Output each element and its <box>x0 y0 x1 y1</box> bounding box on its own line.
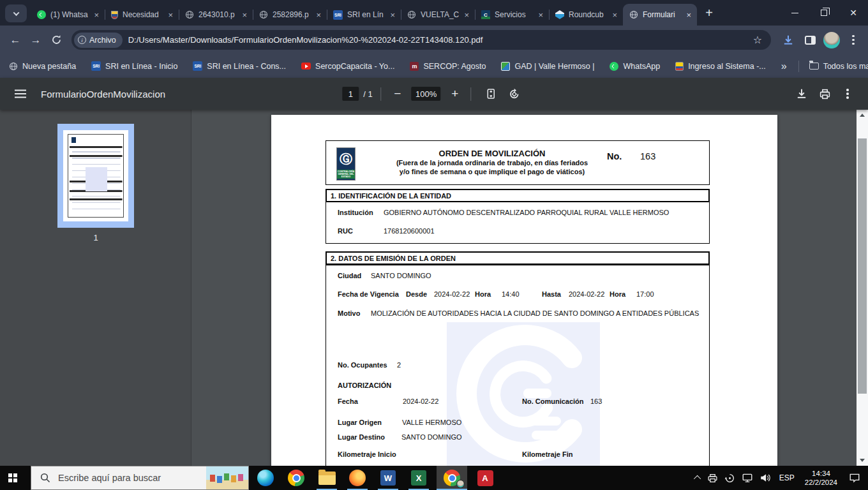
bookmark-gad-valle-hermoso[interactable]: GAD | Valle Hermoso | <box>501 62 594 71</box>
page-thumbnail-selected[interactable] <box>57 124 134 228</box>
tab-label: SRI en Lín <box>347 10 388 19</box>
search-input[interactable] <box>58 473 186 483</box>
bookmark-sri-consultas[interactable]: SRI SRI en Línea - Cons... <box>193 61 286 71</box>
printer-tray-button[interactable] <box>704 466 721 490</box>
tab-close-icon[interactable]: × <box>462 10 471 20</box>
minimize-button[interactable] <box>780 0 809 26</box>
vertical-scrollbar[interactable] <box>857 110 868 466</box>
fecha-comunicacion-row: Fecha 2024-02-22 No. Comunicación 163 <box>326 397 710 406</box>
reload-button[interactable] <box>46 30 66 50</box>
rotate-button[interactable] <box>503 82 526 105</box>
zoom-level-input[interactable]: 100% <box>412 87 441 101</box>
fit-page-button[interactable] <box>480 82 503 105</box>
tab-sri-en-linea[interactable]: SRI SRI en Lín × <box>327 4 401 26</box>
taskbar-chrome-pinned[interactable] <box>283 466 309 490</box>
scrollbar-thumb[interactable] <box>858 138 867 394</box>
bookmark-sercop-agosto[interactable]: m SERCOP: Agosto <box>410 62 486 71</box>
bookmark-whatsapp[interactable]: WhatsApp <box>610 62 660 71</box>
tab-close-icon[interactable]: × <box>314 10 323 20</box>
scroll-down-button[interactable] <box>857 455 868 466</box>
taskbar-edge[interactable] <box>253 466 278 490</box>
bookmark-ingreso-sistema[interactable]: Ingreso al Sistema -... <box>675 62 766 71</box>
section1-title: 1. IDENTIFICACIÓN DE LA ENTIDAD <box>326 189 710 202</box>
language-indicator[interactable]: ESP <box>774 473 800 482</box>
taskbar-firefox[interactable] <box>345 466 370 490</box>
zoom-out-button[interactable]: − <box>390 87 405 101</box>
firefox-icon <box>349 470 366 486</box>
start-button[interactable] <box>0 466 31 490</box>
bookmark-sercopcapacita[interactable]: SercopCapacita - Yo... <box>301 62 394 71</box>
bookmark-sri-inicio[interactable]: SRI SRI en Línea - Inicio <box>91 61 177 71</box>
forward-button[interactable]: → <box>26 30 46 50</box>
tab-servicios[interactable]: C Servicios × <box>475 4 549 26</box>
tab-close-icon[interactable]: × <box>166 10 175 20</box>
action-center-button[interactable] <box>842 466 868 490</box>
tab-necesidades[interactable]: Necesidad × <box>105 4 179 26</box>
tab-close-icon[interactable]: × <box>684 10 693 20</box>
taskbar-chrome-active[interactable] <box>437 466 467 490</box>
taskbar-excel[interactable]: X <box>406 466 431 490</box>
edge-icon <box>257 470 274 486</box>
tab-2582896[interactable]: 2582896.p × <box>253 4 327 26</box>
tab-formulario-active[interactable]: Formulari × <box>623 4 697 26</box>
origen-label: Lugar Origen <box>338 419 382 426</box>
browser-menu-button[interactable] <box>844 31 863 50</box>
gad-icon <box>501 62 510 71</box>
address-bar[interactable]: i Archivo D:/Users/Master/Downloads/Form… <box>71 30 771 50</box>
clock-time: 14:34 <box>805 469 837 478</box>
tab-roundcube[interactable]: Roundcub × <box>549 4 623 26</box>
hidden-icons-button[interactable] <box>692 466 704 490</box>
clock-date: 22/2/2024 <box>805 478 837 487</box>
sri-icon: SRI <box>333 10 343 20</box>
new-tab-button[interactable]: + <box>700 3 719 22</box>
volume-tray-button[interactable] <box>756 466 774 490</box>
tab-close-icon[interactable]: × <box>610 10 619 20</box>
scroll-up-button[interactable] <box>857 110 868 121</box>
bookmark-nueva-pestana[interactable]: Nueva pestaña <box>9 62 76 71</box>
chrome-icon <box>288 470 304 486</box>
tab-2643010[interactable]: 2643010.p × <box>179 4 253 26</box>
thumbnail-page-preview[interactable] <box>68 134 124 218</box>
pdf-print-button[interactable] <box>813 82 836 105</box>
tab-whatsapp[interactable]: (1) Whatsa × <box>31 4 105 26</box>
bookmark-label: SRI en Línea - Inicio <box>105 62 177 71</box>
kebab-menu-icon <box>846 93 849 95</box>
screen-record-tray-button[interactable] <box>721 466 738 490</box>
taskbar-file-explorer[interactable] <box>314 466 340 490</box>
all-bookmarks-button[interactable]: Todos los marcadores <box>809 62 868 71</box>
page-number-input[interactable]: 1 <box>342 87 359 101</box>
zoom-in-button[interactable]: + <box>447 87 463 101</box>
taskbar-clock[interactable]: 14:34 22/2/2024 <box>800 469 842 487</box>
bookmark-label: Ingreso al Sistema -... <box>688 62 766 71</box>
network-tray-button[interactable] <box>738 466 756 490</box>
search-highlight-image[interactable] <box>206 466 248 489</box>
tab-search-button[interactable] <box>5 4 27 22</box>
back-button[interactable]: ← <box>5 30 26 50</box>
pdf-toolbar-left: FormularioOrdenMovilizacion <box>0 89 268 100</box>
pdf-menu-button[interactable] <box>836 82 859 105</box>
roundcube-icon <box>555 10 564 19</box>
tab-close-icon[interactable]: × <box>240 10 249 20</box>
bookmarks-overflow-button[interactable]: » <box>781 61 787 72</box>
close-button[interactable]: ✕ <box>839 0 868 26</box>
form-title-block: ORDEN DE MOVILIZACIÓN (Fuera de la jorna… <box>364 149 620 176</box>
tab-label: Formulari <box>643 10 684 19</box>
menu-icon[interactable] <box>15 93 26 94</box>
profile-avatar[interactable] <box>822 31 841 50</box>
tab-vuelta[interactable]: VUELTA_C × <box>401 4 475 26</box>
vigencia-label: Fecha de Vigencia <box>338 290 399 298</box>
bookmarks-right-group: » Todos los marcadores <box>781 61 868 72</box>
restore-button[interactable] <box>809 0 839 26</box>
taskbar-search[interactable] <box>31 466 249 490</box>
tab-close-icon[interactable]: × <box>536 10 545 20</box>
tab-close-icon[interactable]: × <box>92 10 101 20</box>
file-scheme-chip[interactable]: i Archivo <box>74 33 123 48</box>
bookmark-star-icon[interactable]: ☆ <box>751 34 765 46</box>
pdf-download-button[interactable] <box>790 82 813 105</box>
downloads-button[interactable] <box>779 31 798 50</box>
taskbar-acrobat[interactable]: A <box>472 466 498 490</box>
taskbar-word[interactable]: W <box>375 466 401 490</box>
print-icon <box>819 88 831 100</box>
side-panel-button[interactable] <box>800 31 819 50</box>
tab-close-icon[interactable]: × <box>388 10 397 20</box>
